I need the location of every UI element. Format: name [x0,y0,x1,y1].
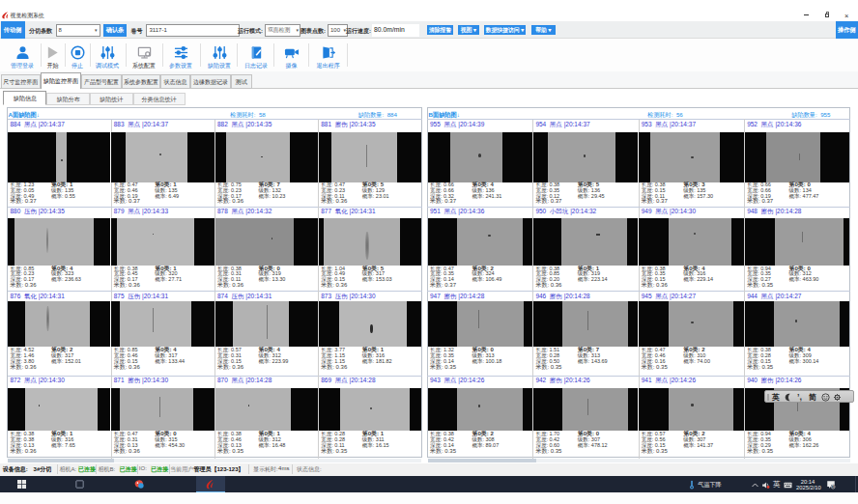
svg-text:6: 6 [832,485,834,489]
